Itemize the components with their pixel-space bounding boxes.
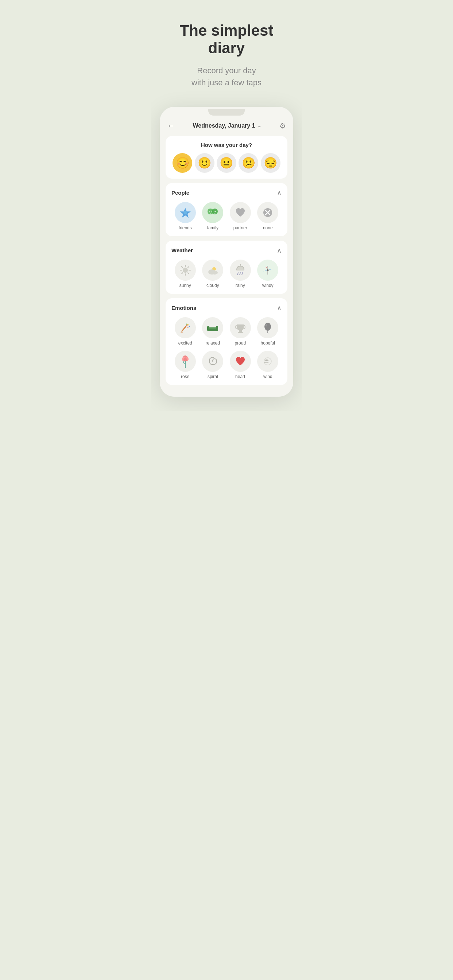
svg-line-19: [182, 273, 183, 274]
people-item-partner[interactable]: partner: [230, 202, 251, 231]
date-button[interactable]: Wednesday, January 1 ⌄: [193, 123, 261, 129]
people-toggle[interactable]: ∧: [277, 189, 282, 197]
mood-card: How was your day? 😊 🙂 😐 😕 😔: [166, 136, 287, 179]
mood-neutral[interactable]: 😐: [217, 153, 236, 173]
phone-notch: [208, 109, 245, 116]
svg-point-44: [266, 324, 267, 326]
rainy-icon: [230, 259, 251, 281]
relaxed-icon: [202, 317, 223, 338]
emotion-hopeful[interactable]: hopeful: [257, 317, 278, 345]
windy-label: windy: [262, 283, 274, 288]
emotions-toggle[interactable]: ∧: [277, 304, 282, 312]
partner-label: partner: [233, 225, 247, 231]
weather-card: Weather ∧: [166, 240, 287, 294]
emotion-wind[interactable]: wind: [257, 351, 278, 379]
wind-icon: [257, 351, 278, 372]
friends-icon: [175, 202, 196, 223]
svg-point-6: [214, 211, 214, 212]
svg-line-16: [182, 267, 183, 267]
emotion-heart[interactable]: heart: [230, 351, 251, 379]
svg-point-5: [211, 211, 212, 212]
friends-label: friends: [179, 225, 192, 231]
svg-line-26: [239, 273, 240, 275]
svg-rect-41: [237, 325, 244, 326]
hopeful-icon: [257, 317, 278, 338]
app-header: ← Wednesday, January 1 ⌄ ⚙: [160, 117, 293, 136]
weather-rainy[interactable]: rainy: [230, 259, 251, 288]
family-icon: [202, 202, 223, 223]
weather-section-header: Weather ∧: [171, 247, 282, 255]
svg-rect-40: [238, 332, 243, 333]
svg-point-22: [212, 271, 218, 275]
svg-point-50: [264, 358, 271, 365]
mood-awful[interactable]: 😔: [261, 153, 281, 173]
cloudy-label: cloudy: [206, 283, 219, 288]
svg-point-31: [187, 324, 188, 326]
none-icon: [257, 202, 278, 223]
proud-icon: [230, 317, 251, 338]
svg-line-30: [186, 325, 187, 327]
people-item-none[interactable]: none: [257, 202, 278, 231]
cloudy-icon: [202, 259, 223, 281]
emotions-title: Emotions: [171, 305, 196, 311]
spiral-icon: [202, 351, 223, 372]
people-item-family[interactable]: family: [202, 202, 223, 231]
none-label: none: [263, 225, 273, 231]
settings-button[interactable]: ⚙: [279, 121, 286, 130]
svg-line-18: [188, 267, 189, 267]
svg-point-32: [186, 323, 187, 325]
weather-cloudy[interactable]: cloudy: [202, 259, 223, 288]
phone-content: ← Wednesday, January 1 ⌄ ⚙ How was your …: [160, 117, 293, 397]
mood-row: 😊 🙂 😐 😕 😔: [171, 153, 282, 173]
svg-point-33: [188, 326, 190, 327]
svg-line-25: [238, 273, 238, 275]
mood-bad[interactable]: 😕: [239, 153, 258, 173]
people-card: People ∧ friends: [166, 183, 287, 236]
hopeful-label: hopeful: [261, 340, 275, 345]
svg-point-42: [265, 323, 271, 331]
svg-point-11: [183, 267, 188, 273]
chevron-down-icon: ⌄: [257, 123, 261, 128]
svg-point-29: [267, 269, 269, 271]
weather-title: Weather: [171, 247, 193, 253]
emotion-rose[interactable]: rose: [175, 351, 196, 379]
emotion-spiral[interactable]: spiral: [202, 351, 223, 379]
rose-icon: [175, 351, 196, 372]
svg-line-17: [188, 273, 189, 274]
spiral-label: spiral: [207, 374, 218, 379]
weather-toggle[interactable]: ∧: [277, 247, 282, 255]
emotions-card: Emotions ∧: [166, 298, 287, 385]
mood-great[interactable]: 😊: [172, 153, 192, 173]
svg-rect-23: [236, 270, 244, 270]
partner-icon: [230, 202, 251, 223]
svg-rect-38: [209, 329, 217, 331]
heart-label: heart: [235, 374, 245, 379]
weather-windy[interactable]: windy: [257, 259, 278, 288]
back-button[interactable]: ←: [167, 121, 174, 130]
people-item-friends[interactable]: friends: [175, 202, 196, 231]
emotion-excited[interactable]: excited: [175, 317, 196, 345]
svg-point-1: [183, 211, 187, 215]
phone-notch-area: [160, 107, 293, 117]
emotions-row2: rose spiral: [171, 351, 282, 379]
emotion-relaxed[interactable]: relaxed: [202, 317, 223, 345]
people-title: People: [171, 189, 189, 196]
svg-line-27: [242, 273, 242, 275]
rose-label: rose: [181, 374, 189, 379]
weather-grid: sunny cloudy: [171, 259, 282, 288]
emotion-proud[interactable]: proud: [230, 317, 251, 345]
people-grid: friends: [171, 202, 282, 231]
proud-label: proud: [234, 340, 246, 345]
svg-line-34: [187, 327, 188, 328]
weather-sunny[interactable]: sunny: [175, 259, 196, 288]
hero-subtitle: Record your day with juse a few taps: [160, 65, 293, 89]
people-section-header: People ∧: [171, 189, 282, 197]
page-wrapper: The simplest diary Record your day with …: [151, 0, 302, 411]
phone-mockup: ← Wednesday, January 1 ⌄ ⚙ How was your …: [160, 107, 293, 397]
excited-icon: [175, 317, 196, 338]
emotions-section-header: Emotions ∧: [171, 304, 282, 312]
windy-icon: [257, 259, 278, 281]
mood-good[interactable]: 🙂: [195, 153, 214, 173]
wind-label: wind: [263, 374, 273, 379]
svg-point-7: [215, 211, 216, 212]
